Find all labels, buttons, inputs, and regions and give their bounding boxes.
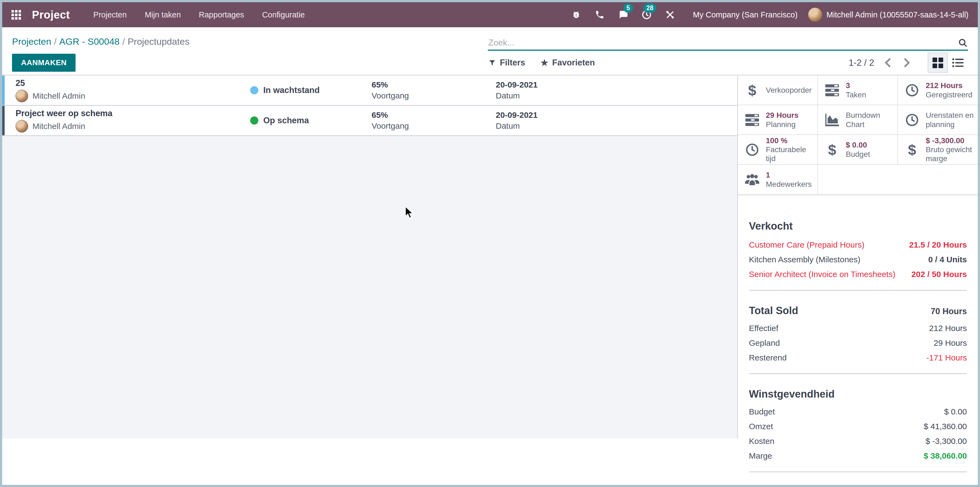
sold-line: Senior Architect (Invoice on Timesheets)… xyxy=(749,270,967,279)
status-dot-green xyxy=(250,116,258,125)
breadcrumb: Projecten/AGR - S00048/Projectupdates xyxy=(12,36,189,51)
user-menu[interactable]: Mitchell Admin (10055507-saas-14-5-all) xyxy=(808,7,969,22)
section-title-total-sold: Total Sold xyxy=(749,305,798,317)
breadcrumb-separator: / xyxy=(119,36,127,47)
total-sold-value: 70 Hours xyxy=(931,306,967,316)
menu-configuratie[interactable]: Configuratie xyxy=(255,6,312,23)
stat-geregistreerd[interactable]: 212 HoursGeregistreerd xyxy=(898,76,978,105)
stat-label: Burndown Chart xyxy=(846,111,894,129)
sold-quantity: 21.5 / 20 Hours xyxy=(909,240,967,249)
filters-button[interactable]: Filters xyxy=(488,58,525,68)
profitability-line: Omzet $ 41,360.00 xyxy=(749,422,967,431)
metric-value: $ 41,360.00 xyxy=(924,422,967,431)
total-sold-line: Gepland 29 Hours xyxy=(749,338,967,347)
status-label: Op schema xyxy=(263,116,309,125)
phone-icon[interactable] xyxy=(589,6,610,23)
activities-clock-icon[interactable]: 28 xyxy=(636,6,657,23)
progress-value: 65% xyxy=(372,110,496,120)
app-window: Project Projecten Mijn taken Rapportages… xyxy=(0,0,980,487)
total-sold-line: Resterend -171 Hours xyxy=(749,353,967,362)
clock-icon xyxy=(905,113,919,127)
project-update-row-2[interactable]: Project weer op schema Mitchell Admin Op… xyxy=(2,106,737,136)
messages-icon[interactable]: 5 xyxy=(613,6,633,23)
project-update-row-1[interactable]: 25 Mitchell Admin In wachtstand 65% Voor… xyxy=(2,76,737,106)
tasks-icon xyxy=(825,84,839,96)
profitability-line: Marge $ 38,060.00 xyxy=(749,451,967,460)
stat-burndown-chart[interactable]: Burndown Chart xyxy=(818,105,898,135)
stat-budget[interactable]: $ $ 0.00Budget xyxy=(818,135,898,165)
star-icon: ★ xyxy=(541,57,548,68)
update-title[interactable]: Project weer op schema xyxy=(16,108,250,118)
filters-label: Filters xyxy=(500,58,525,68)
stat-label: Geregistreerd xyxy=(926,90,972,99)
create-button[interactable]: AANMAKEN xyxy=(12,54,76,72)
clock-icon xyxy=(745,143,759,156)
search-input[interactable] xyxy=(488,38,958,48)
pager-previous-button[interactable] xyxy=(881,58,894,67)
activities-badge: 28 xyxy=(643,3,656,13)
kanban-view-button[interactable] xyxy=(928,52,948,73)
apps-menu-icon[interactable] xyxy=(11,10,21,20)
project-update-side-panel: $ Verkooporder 3Taken 212 HoursGeregistr… xyxy=(737,76,978,438)
metric-name: Budget xyxy=(749,407,775,416)
profitability-line: Kosten $ -3,300.00 xyxy=(749,436,967,446)
stat-label: Taken xyxy=(846,90,866,99)
progress-label: Voortgang xyxy=(372,91,496,100)
tasks-icon xyxy=(745,114,759,126)
sold-line: Customer Care (Prepaid Hours) 21.5 / 20 … xyxy=(749,240,967,249)
stat-planning[interactable]: 29 HoursPlanning xyxy=(738,105,818,135)
stat-label: Verkooporder xyxy=(766,86,812,95)
sold-line: Kitchen Assembly (Milestones) 0 / 4 Unit… xyxy=(749,255,967,264)
stat-label: Bruto gewicht marge xyxy=(926,145,976,163)
owner-avatar xyxy=(16,90,28,102)
kanban-area: 25 Mitchell Admin In wachtstand 65% Voor… xyxy=(2,76,737,438)
date-value: 20-09-2021 xyxy=(496,80,620,89)
date-label: Datum xyxy=(496,121,620,131)
breadcrumb-projecten[interactable]: Projecten xyxy=(12,36,51,47)
messages-badge: 5 xyxy=(624,3,633,13)
list-view-icon xyxy=(952,58,964,68)
pager-next-button[interactable] xyxy=(901,58,913,67)
metric-name: Kosten xyxy=(749,436,774,446)
debug-bug-icon[interactable] xyxy=(566,6,587,23)
metric-name: Marge xyxy=(749,451,772,460)
metric-name: Omzet xyxy=(749,422,773,431)
breadcrumb-current: Projectupdates xyxy=(128,36,189,47)
stat-label: Planning xyxy=(766,120,799,129)
company-switcher[interactable]: My Company (San Francisco) xyxy=(693,10,798,19)
owner-name: Mitchell Admin xyxy=(32,122,85,131)
stat-medewerkers[interactable]: 1Medewerkers xyxy=(738,165,818,194)
dollar-icon: $ xyxy=(905,141,919,158)
stat-verkooporder[interactable]: $ Verkooporder xyxy=(738,76,818,105)
sold-product: Senior Architect (Invoice on Timesheets) xyxy=(749,270,896,279)
menu-rapportages[interactable]: Rapportages xyxy=(192,6,251,23)
menu-projecten[interactable]: Projecten xyxy=(86,6,134,23)
breadcrumb-parent[interactable]: AGR - S00048 xyxy=(59,36,119,47)
clock-icon xyxy=(905,84,919,97)
metric-value: $ 0.00 xyxy=(944,407,967,416)
status-dot-blue xyxy=(250,86,258,94)
stat-urenstaten-planning[interactable]: Urenstaten en planning xyxy=(898,105,978,135)
date-label: Datum xyxy=(496,91,620,100)
metric-value: 29 Hours xyxy=(934,338,967,347)
metric-name: Effectief xyxy=(749,324,778,333)
stat-facturabele-tijd[interactable]: 100 %Facturabele tijd xyxy=(738,135,818,165)
stat-label: Facturabele tijd xyxy=(766,145,815,163)
users-icon xyxy=(745,174,759,186)
search-icon[interactable] xyxy=(958,38,968,48)
tools-icon[interactable] xyxy=(660,6,681,23)
metric-name: Gepland xyxy=(749,338,780,347)
user-name: Mitchell Admin (10055507-saas-14-5-all) xyxy=(826,10,969,19)
favorites-button[interactable]: ★ Favorieten xyxy=(541,57,595,68)
breadcrumb-separator: / xyxy=(51,36,59,47)
update-title[interactable]: 25 xyxy=(16,78,250,88)
list-view-button[interactable] xyxy=(948,52,968,73)
stat-buttons-grid: $ Verkooporder 3Taken 212 HoursGeregistr… xyxy=(738,76,978,195)
app-title[interactable]: Project xyxy=(32,9,70,21)
stat-taken[interactable]: 3Taken xyxy=(818,76,898,105)
pager-range: 1-2 / 2 xyxy=(848,57,874,68)
status-color-bar xyxy=(2,76,5,105)
stat-bruto-gewicht-marge[interactable]: $ $ -3,300.00Bruto gewicht marge xyxy=(898,135,978,165)
section-divider xyxy=(749,471,967,472)
menu-mijn-taken[interactable]: Mijn taken xyxy=(138,6,188,23)
